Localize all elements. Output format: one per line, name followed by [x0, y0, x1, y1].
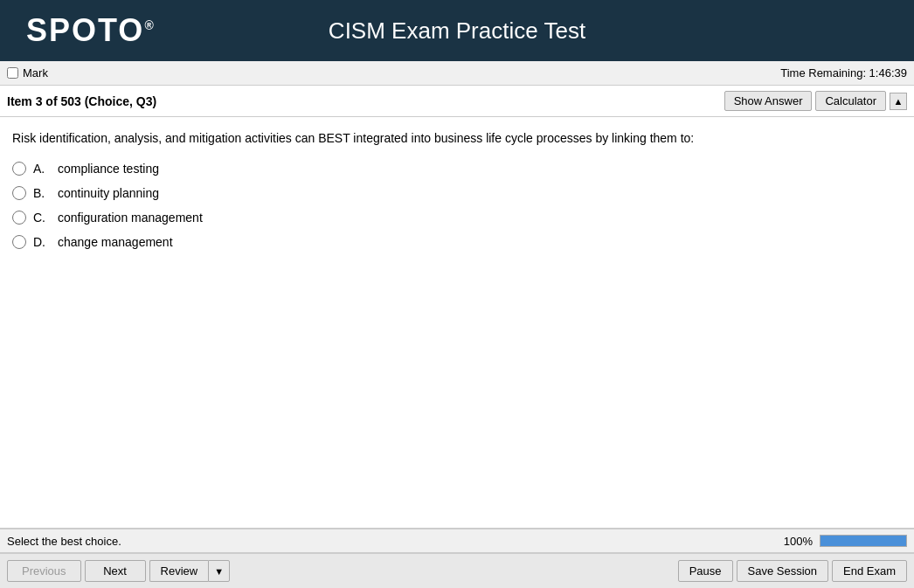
pause-button[interactable]: Pause	[678, 560, 733, 582]
next-button[interactable]: Next	[85, 560, 146, 582]
end-exam-button[interactable]: End Exam	[832, 560, 907, 582]
calculator-button[interactable]: Calculator	[815, 91, 886, 111]
mark-bar: Mark Time Remaining: 1:46:39	[0, 61, 914, 86]
question-text: Risk identification, analysis, and mitig…	[12, 129, 902, 148]
previous-button[interactable]: Previous	[7, 560, 81, 582]
choice-text-1: continuity planning	[58, 186, 159, 200]
time-remaining: Time Remaining: 1:46:39	[780, 66, 907, 80]
choice-radio-2[interactable]	[12, 211, 26, 225]
choice-text-3: change management	[58, 235, 173, 249]
scroll-up-button[interactable]: ▲	[890, 93, 907, 110]
item-buttons: Show Answer Calculator ▲	[724, 91, 907, 111]
review-button-group: Review ▼	[149, 560, 231, 582]
item-info: Item 3 of 503 (Choice, Q3)	[7, 94, 156, 108]
save-session-button[interactable]: Save Session	[737, 560, 829, 582]
question-area: Risk identification, analysis, and mitig…	[0, 117, 914, 529]
bottom-nav: Previous Next Review ▼ Pause Save Sessio…	[0, 553, 914, 588]
choice-text-0: compliance testing	[58, 162, 159, 176]
progress-area: 100%	[784, 535, 907, 548]
header: SPOTO® CISM Exam Practice Test	[0, 0, 914, 61]
choice-item-b[interactable]: B.continuity planning	[12, 186, 902, 200]
status-bar: Select the best choice. 100%	[0, 529, 914, 553]
review-dropdown-arrow[interactable]: ▼	[208, 560, 230, 582]
mark-checkbox[interactable]	[7, 67, 18, 79]
left-nav-buttons: Previous Next Review ▼	[7, 560, 230, 582]
choice-item-c[interactable]: C.configuration management	[12, 211, 902, 225]
review-button[interactable]: Review	[149, 560, 209, 582]
logo: SPOTO®	[26, 12, 156, 49]
choice-item-d[interactable]: D.change management	[12, 235, 902, 249]
choice-item-a[interactable]: A.compliance testing	[12, 162, 902, 176]
progress-bar-fill	[821, 536, 906, 546]
choice-radio-1[interactable]	[12, 186, 26, 200]
app-title: CISM Exam Practice Test	[329, 17, 585, 45]
choices-container: A.compliance testingB.continuity plannin…	[12, 162, 902, 249]
status-text: Select the best choice.	[7, 535, 121, 548]
progress-bar-container	[820, 535, 907, 547]
right-nav-buttons: Pause Save Session End Exam	[678, 560, 907, 582]
show-answer-button[interactable]: Show Answer	[724, 91, 813, 111]
choice-text-2: configuration management	[58, 211, 203, 225]
choice-radio-0[interactable]	[12, 162, 26, 176]
choice-letter-2: C.	[33, 211, 51, 225]
choice-letter-0: A.	[33, 162, 51, 176]
item-bar: Item 3 of 503 (Choice, Q3) Show Answer C…	[0, 86, 914, 117]
choice-radio-3[interactable]	[12, 235, 26, 249]
mark-label[interactable]: Mark	[7, 66, 48, 80]
progress-percent: 100%	[784, 535, 813, 548]
choice-letter-1: B.	[33, 186, 51, 200]
choice-letter-3: D.	[33, 235, 51, 249]
